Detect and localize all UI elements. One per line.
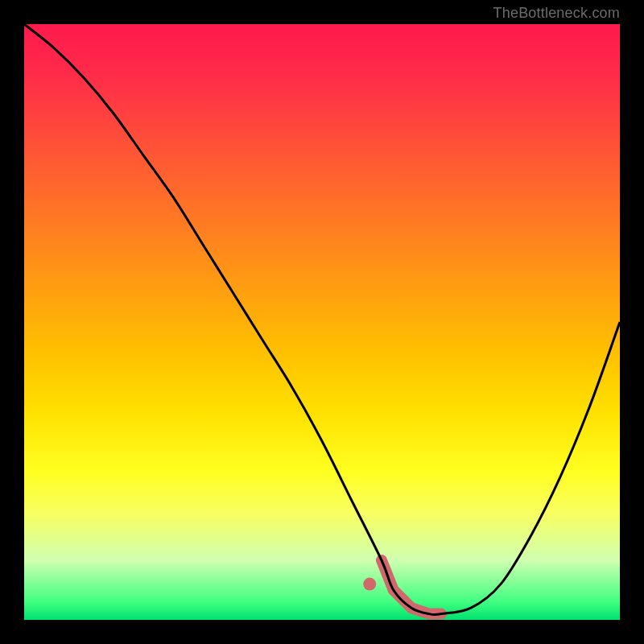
highlight-start-dot — [363, 578, 376, 591]
highlight-band — [363, 560, 441, 614]
watermark-text: TheBottleneck.com — [493, 5, 620, 22]
chart-plot-area — [24, 24, 620, 620]
bottleneck-curve-line — [24, 24, 620, 615]
highlight-line — [382, 560, 441, 614]
chart-svg — [24, 24, 620, 620]
